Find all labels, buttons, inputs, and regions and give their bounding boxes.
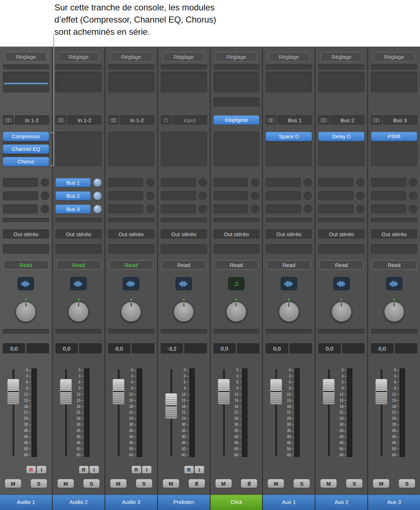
settings-button[interactable]: Réglage [320, 52, 362, 62]
effect-slot-button[interactable]: Space D [266, 132, 312, 141]
send-slot-empty[interactable] [318, 205, 353, 214]
audio-fx-panel[interactable]: CompressorChannel EQChorus [3, 132, 49, 166]
input-format-icon[interactable] [161, 115, 172, 125]
volume-value[interactable]: 0,0 [55, 343, 78, 353]
mute-button[interactable]: M [110, 479, 126, 488]
audio-fx-panel[interactable]: Delay D [318, 132, 365, 166]
mute-button[interactable]: M [268, 479, 284, 488]
send-slot-button[interactable]: Bus 3 [55, 205, 91, 214]
send-slot-button[interactable]: Bus 2 [55, 191, 91, 200]
send-slot-empty[interactable] [266, 205, 301, 214]
input-format-icon[interactable] [318, 115, 329, 125]
output-button[interactable]: Out stéréo [318, 229, 365, 239]
group-slot[interactable] [371, 244, 417, 254]
volume-fader[interactable] [165, 393, 177, 419]
record-enable-button[interactable]: R [26, 466, 36, 473]
audio-fx-panel[interactable] [55, 132, 102, 166]
midi-fx-slot[interactable] [213, 97, 260, 107]
output-button[interactable]: Out stéréo [266, 229, 312, 239]
channel-name[interactable]: Audio 2 [53, 495, 105, 510]
volume-value[interactable]: -3,2 [161, 343, 183, 353]
eq-thumbnail-slot[interactable] [3, 72, 49, 92]
effect-slot-button[interactable]: PShft [371, 132, 417, 141]
input-monitor-button[interactable]: I [90, 466, 99, 473]
input-instrument-button[interactable]: Klopfgeist [213, 115, 260, 125]
input-button[interactable]: In 1-2 [15, 115, 49, 125]
volume-fader[interactable] [218, 379, 230, 405]
group-slot[interactable] [213, 244, 260, 254]
pan-knob[interactable] [331, 299, 352, 322]
plugin-slot-empty[interactable] [371, 65, 417, 70]
pan-knob[interactable] [383, 299, 405, 322]
pan-knob[interactable] [120, 299, 142, 322]
channel-name[interactable]: Aux 1 [263, 495, 315, 510]
settings-button[interactable]: Réglage [216, 52, 257, 62]
send-slot-empty[interactable] [161, 205, 196, 214]
automation-mode-button[interactable]: Read [319, 260, 364, 270]
send-slot-empty[interactable] [318, 178, 353, 187]
send-slot-button[interactable]: Bus 1 [55, 178, 91, 187]
send-slot-empty[interactable] [161, 178, 196, 187]
plugin-slot-empty[interactable] [318, 65, 365, 70]
record-enable-button[interactable]: R [79, 466, 88, 473]
pan-knob-dial[interactable] [121, 302, 141, 322]
waveform-icon[interactable] [70, 277, 87, 290]
solo-button[interactable]: S [31, 479, 47, 488]
automation-mode-button[interactable]: Read [56, 260, 101, 270]
solo-button[interactable]: S [294, 479, 310, 488]
solo-button[interactable]: S [136, 479, 152, 488]
group-slot[interactable] [161, 244, 207, 254]
group-slot[interactable] [55, 244, 102, 254]
input-monitor-button[interactable]: I [142, 466, 151, 473]
pan-knob-dial[interactable] [16, 302, 36, 322]
pan-knob[interactable] [278, 299, 300, 322]
volume-fader[interactable] [323, 379, 335, 405]
plugin-slot-empty[interactable] [213, 65, 260, 70]
mute-button[interactable]: M [5, 479, 21, 488]
audio-fx-panel[interactable]: PShft [371, 132, 417, 166]
settings-button[interactable]: Réglage [58, 52, 100, 62]
settings-button[interactable]: Réglage [163, 52, 205, 62]
audio-fx-panel[interactable] [108, 132, 154, 166]
waveform-icon[interactable] [123, 277, 139, 290]
peak-value[interactable] [184, 343, 207, 353]
plugin-slot-empty[interactable] [108, 65, 154, 70]
input-format-icon[interactable] [55, 115, 66, 125]
waveform-icon[interactable] [333, 277, 350, 290]
input-button[interactable]: Bus 2 [330, 115, 365, 125]
audio-fx-panel[interactable] [161, 132, 207, 166]
send-slot-empty[interactable] [108, 205, 143, 214]
channel-name[interactable]: Audio 3 [105, 495, 157, 510]
send-slot-empty[interactable] [161, 191, 196, 200]
output-button[interactable]: Out stéréo [55, 229, 102, 239]
send-slot-empty[interactable] [3, 191, 38, 200]
input-format-icon[interactable] [3, 115, 14, 125]
effect-slot-button[interactable]: Compressor [3, 132, 49, 141]
eq-thumbnail-slot[interactable] [55, 72, 102, 92]
send-slot-empty[interactable] [213, 205, 248, 214]
automation-mode-button[interactable]: Read [109, 260, 154, 270]
pan-knob-dial[interactable] [226, 302, 246, 322]
channel-name[interactable]: Prelisten [158, 495, 210, 510]
pan-knob-dial[interactable] [174, 302, 194, 322]
pan-knob[interactable] [68, 299, 89, 322]
solo-button[interactable]: S [241, 479, 257, 488]
eq-thumbnail-slot[interactable] [108, 72, 154, 92]
output-button[interactable]: Out stéréo [3, 229, 49, 239]
pan-knob[interactable] [15, 299, 37, 322]
volume-value[interactable]: 0,0 [108, 343, 130, 353]
volume-value[interactable]: 0,0 [213, 343, 236, 353]
send-slot-empty[interactable] [3, 205, 38, 214]
pan-knob-dial[interactable] [68, 302, 88, 322]
peak-value[interactable] [79, 343, 101, 353]
automation-mode-button[interactable]: Read [4, 260, 48, 270]
send-slot-empty[interactable] [371, 191, 406, 200]
send-slot-empty[interactable] [213, 191, 248, 200]
volume-value[interactable]: 0,0 [266, 343, 288, 353]
input-button[interactable]: Input [173, 115, 207, 125]
eq-thumbnail-slot[interactable] [371, 72, 417, 92]
volume-fader[interactable] [375, 379, 387, 405]
send-slot-empty[interactable] [108, 178, 143, 187]
group-slot[interactable] [3, 244, 49, 254]
plugin-slot-empty[interactable] [55, 65, 102, 70]
